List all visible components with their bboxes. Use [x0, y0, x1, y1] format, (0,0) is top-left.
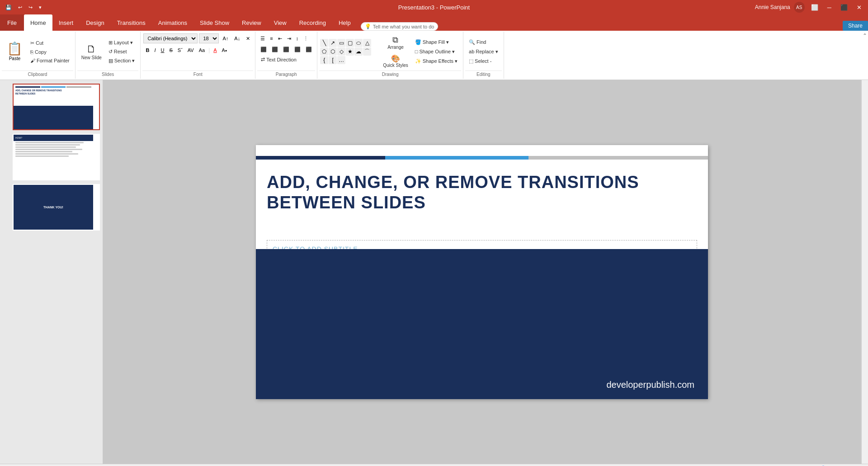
para-row2: ⬛ ⬛ ⬛ ⬛ ⬛ — [258, 44, 314, 54]
shape-oval[interactable]: ⬭ — [354, 39, 363, 47]
shape-effects-button[interactable]: ✨ Shape Effects ▾ — [412, 57, 460, 66]
layout-button[interactable]: ⊞ Layout ▾ — [106, 38, 138, 47]
cut-button[interactable]: ✂ Cut — [28, 39, 72, 47]
undo-qat-button[interactable]: ↩ — [16, 4, 24, 11]
reset-button[interactable]: ↺ Reset — [106, 47, 138, 56]
tab-transitions[interactable]: Transitions — [111, 14, 152, 31]
tab-recording[interactable]: Recording — [293, 14, 332, 31]
tab-animations[interactable]: Animations — [152, 14, 193, 31]
font-color-button[interactable]: A — [211, 45, 219, 55]
font-separator: | — [208, 47, 210, 53]
save-qat-button[interactable]: 💾 — [4, 4, 14, 11]
redo-qat-button[interactable]: ↪ — [27, 4, 34, 11]
restore-window-button[interactable]: ⬜ — [808, 3, 821, 12]
justify-button[interactable]: ⬛ — [292, 44, 303, 54]
increase-indent-button[interactable]: ⇥ — [285, 33, 293, 43]
char-spacing-button[interactable]: AV — [185, 45, 196, 55]
paste-button[interactable]: 📋 Paste — [3, 39, 27, 65]
strikethrough-button[interactable]: S — [167, 45, 175, 55]
font-size-select[interactable]: 18 — [199, 33, 219, 43]
close-button[interactable]: ✕ — [854, 3, 864, 12]
customize-qat-button[interactable]: ▾ — [37, 4, 43, 11]
thumb1-gray-bar — [66, 86, 91, 88]
tab-slideshow[interactable]: Slide Show — [193, 14, 236, 31]
tab-insert[interactable]: Insert — [52, 14, 80, 31]
shape-outline-button[interactable]: □ Shape Outline ▾ — [412, 47, 460, 56]
new-slide-icon: 🗋 — [86, 43, 96, 55]
line-spacing-button[interactable]: ↕ — [294, 33, 301, 43]
shape-tri[interactable]: △ — [363, 39, 371, 47]
shape-brace[interactable]: { — [320, 56, 328, 64]
tab-design[interactable]: Design — [80, 14, 110, 31]
new-slide-button[interactable]: 🗋 New Slide — [78, 42, 105, 62]
tell-me-search[interactable]: 💡 Tell me what you want to do — [361, 22, 439, 31]
shape-effects-dropdown: ▾ — [455, 58, 458, 64]
paragraph-label: Paragraph — [257, 71, 315, 78]
align-right-button[interactable]: ⬛ — [281, 44, 292, 54]
ribbon-search-area: 💡 Tell me what you want to do — [357, 22, 843, 31]
shape-pentagon[interactable]: ⬠ — [320, 47, 328, 56]
align-left-button[interactable]: ⬛ — [258, 44, 269, 54]
shape-effects-icon: ✨ — [415, 58, 421, 64]
tab-home[interactable]: Home — [24, 14, 52, 31]
format-painter-button[interactable]: 🖌 Format Painter — [28, 56, 72, 65]
underline-button[interactable]: U — [159, 45, 167, 55]
tab-file[interactable]: File — [0, 14, 24, 31]
shape-arc[interactable]: ⌒ — [363, 47, 371, 56]
slide-thumbnail-2[interactable]: HOW? — [13, 134, 100, 180]
select-button[interactable]: ⬚ Select - — [466, 57, 501, 66]
shape-hex[interactable]: ⬡ — [329, 47, 337, 56]
decrease-font-button[interactable]: A↓ — [232, 33, 242, 43]
shape-fill-section: 🪣 Shape Fill ▾ □ Shape Outline ▾ ✨ Shape… — [412, 38, 460, 66]
increase-font-button[interactable]: A↑ — [220, 33, 231, 43]
shape-bracket[interactable]: [ — [329, 56, 337, 64]
numbering-button[interactable]: ≡ — [268, 33, 275, 43]
font-name-select[interactable]: Calibri (Headings) — [143, 33, 198, 43]
slide-dark-bar — [256, 156, 385, 160]
shape-rect[interactable]: ▭ — [337, 39, 345, 47]
editing-buttons: 🔍 Find ab Replace ▾ ⬚ Select - — [466, 38, 501, 66]
change-case-button[interactable]: Aa — [197, 45, 207, 55]
italic-button[interactable]: I — [152, 45, 158, 55]
thumb1-dark-bar — [15, 86, 40, 88]
shape-cloud[interactable]: ☁ — [354, 47, 363, 56]
vertical-scrollbar[interactable] — [861, 80, 868, 464]
user-name: Annie Sanjana — [755, 4, 790, 10]
minimize-button[interactable]: ─ — [825, 3, 834, 12]
shape-diamond[interactable]: ◇ — [337, 47, 345, 56]
shape-line[interactable]: ╲ — [320, 39, 328, 47]
shape-more[interactable]: … — [337, 56, 345, 64]
arrange-button[interactable]: ⧉ Arrange — [380, 33, 411, 52]
shape-star[interactable]: ★ — [346, 47, 354, 56]
columns-button[interactable]: ⋮ — [301, 33, 311, 43]
slide-canvas[interactable]: ADD, CHANGE, OR REMOVE TRANSITIONS BETWE… — [256, 145, 708, 399]
slide-title[interactable]: ADD, CHANGE, OR REMOVE TRANSITIONS BETWE… — [267, 172, 697, 213]
shape-arrow[interactable]: ↗ — [329, 39, 337, 47]
maximize-button[interactable]: ⬛ — [838, 3, 850, 12]
slide-thumbnail-1[interactable]: ADD, CHANGE OR REMOVE TRANSITIONSBETWEEN… — [13, 84, 100, 130]
smart-align-button[interactable]: ⬛ — [303, 44, 314, 54]
user-avatar[interactable]: AS — [794, 2, 805, 13]
replace-button[interactable]: ab Replace ▾ — [466, 47, 501, 56]
text-direction-button[interactable]: ⇄ Text Direction — [258, 55, 299, 64]
quick-styles-button[interactable]: 🎨 Quick Styles — [380, 52, 411, 70]
highlight-color-button[interactable]: A▾ — [220, 45, 229, 55]
section-button[interactable]: ▤ Section ▾ — [106, 56, 138, 65]
bold-button[interactable]: B — [143, 45, 151, 55]
tab-review[interactable]: Review — [236, 14, 268, 31]
shadow-button[interactable]: Sˇ — [175, 45, 185, 55]
share-button[interactable]: Share — [843, 21, 868, 31]
shape-fill-button[interactable]: 🪣 Shape Fill ▾ — [412, 38, 460, 47]
find-button[interactable]: 🔍 Find — [466, 38, 501, 47]
copy-button[interactable]: ⎘ Copy — [28, 48, 72, 56]
shape-rounded-rect[interactable]: ▢ — [346, 39, 354, 47]
tab-view[interactable]: View — [268, 14, 293, 31]
clear-format-button[interactable]: ✕ — [244, 33, 252, 43]
tab-help[interactable]: Help — [332, 14, 357, 31]
align-center-button[interactable]: ⬛ — [269, 44, 280, 54]
font-group-inner: Calibri (Headings) 18 A↑ A↓ ✕ B I U S Sˇ… — [142, 33, 253, 56]
collapse-ribbon-button[interactable]: ⌃ — [862, 32, 868, 40]
bullets-button[interactable]: ☰ — [258, 33, 267, 43]
decrease-indent-button[interactable]: ⇤ — [276, 33, 284, 43]
slide-thumbnail-3[interactable]: THANK YOU! — [13, 184, 100, 231]
